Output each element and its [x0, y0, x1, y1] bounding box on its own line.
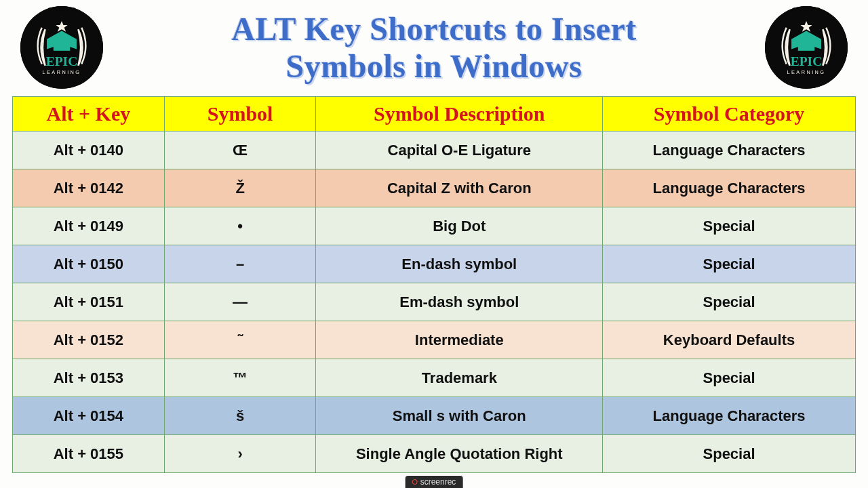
table-row: Alt + 0149•Big DotSpecial — [13, 207, 856, 245]
cell-key: Alt + 0153 — [13, 359, 165, 397]
col-header-key: Alt + Key — [13, 97, 165, 131]
table-row: Alt + 0151—Em-dash symbolSpecial — [13, 283, 856, 321]
cell-description: Em-dash symbol — [316, 283, 603, 321]
shortcuts-table: Alt + Key Symbol Symbol Description Symb… — [12, 96, 856, 473]
cell-key: Alt + 0154 — [13, 397, 165, 435]
cell-symbol: › — [164, 435, 316, 473]
title-line-2: Symbols in Windows — [103, 47, 765, 85]
watermark-label: screenrec — [420, 477, 456, 487]
cell-description: Trademark — [316, 359, 603, 397]
table-row: Alt + 0140ŒCapital O-E LigatureLanguage … — [13, 131, 856, 169]
table-row: Alt + 0142ŽCapital Z with CaronLanguage … — [13, 169, 856, 207]
svg-text:LEARNING: LEARNING — [43, 69, 81, 75]
col-header-symbol: Symbol — [164, 97, 316, 131]
table-header-row: Alt + Key Symbol Symbol Description Symb… — [13, 97, 856, 131]
cell-symbol: ˜ — [164, 321, 316, 359]
brand-logo-left: EPIC LEARNING — [20, 6, 103, 89]
cell-category: Special — [603, 245, 856, 283]
cell-description: Single Angle Quotation Right — [316, 435, 603, 473]
cell-description: Intermediate — [316, 321, 603, 359]
header: EPIC LEARNING ALT Key Shortcuts to Inser… — [0, 0, 868, 96]
cell-key: Alt + 0151 — [13, 283, 165, 321]
cell-description: Capital O-E Ligature — [316, 131, 603, 169]
cell-description: Small s with Caron — [316, 397, 603, 435]
cell-category: Language Characters — [603, 169, 856, 207]
cell-symbol: Ž — [164, 169, 316, 207]
cell-category: Special — [603, 435, 856, 473]
brand-logo-right: EPIC LEARNING — [765, 6, 848, 89]
cell-category: Special — [603, 283, 856, 321]
cell-symbol: š — [164, 397, 316, 435]
record-icon — [412, 479, 418, 485]
table-row: Alt + 0155›Single Angle Quotation RightS… — [13, 435, 856, 473]
cell-symbol: • — [164, 207, 316, 245]
cell-category: Language Characters — [603, 131, 856, 169]
cell-category: Keyboard Defaults — [603, 321, 856, 359]
cell-description: Capital Z with Caron — [316, 169, 603, 207]
table-row: Alt + 0153™TrademarkSpecial — [13, 359, 856, 397]
cell-key: Alt + 0150 — [13, 245, 165, 283]
cell-symbol: – — [164, 245, 316, 283]
cell-description: Big Dot — [316, 207, 603, 245]
cell-symbol: ™ — [164, 359, 316, 397]
svg-text:EPIC: EPIC — [46, 54, 78, 68]
table-row: Alt + 0154šSmall s with CaronLanguage Ch… — [13, 397, 856, 435]
cell-key: Alt + 0140 — [13, 131, 165, 169]
svg-text:EPIC: EPIC — [791, 54, 823, 68]
cell-key: Alt + 0142 — [13, 169, 165, 207]
cell-category: Language Characters — [603, 397, 856, 435]
page-title: ALT Key Shortcuts to Insert Symbols in W… — [103, 10, 765, 85]
cell-symbol: Œ — [164, 131, 316, 169]
title-line-1: ALT Key Shortcuts to Insert — [103, 10, 765, 47]
cell-key: Alt + 0152 — [13, 321, 165, 359]
table-row: Alt + 0150–En-dash symbolSpecial — [13, 245, 856, 283]
cell-key: Alt + 0155 — [13, 435, 165, 473]
svg-rect-6 — [798, 43, 814, 51]
cell-category: Special — [603, 359, 856, 397]
cell-key: Alt + 0149 — [13, 207, 165, 245]
svg-text:LEARNING: LEARNING — [787, 69, 826, 75]
col-header-category: Symbol Category — [603, 97, 856, 131]
cell-symbol: — — [164, 283, 316, 321]
col-header-description: Symbol Description — [316, 97, 603, 131]
screenrec-watermark: screenrec — [406, 476, 463, 488]
cell-category: Special — [603, 207, 856, 245]
svg-rect-1 — [54, 43, 70, 51]
table-row: Alt + 0152˜IntermediateKeyboard Defaults — [13, 321, 856, 359]
cell-description: En-dash symbol — [316, 245, 603, 283]
